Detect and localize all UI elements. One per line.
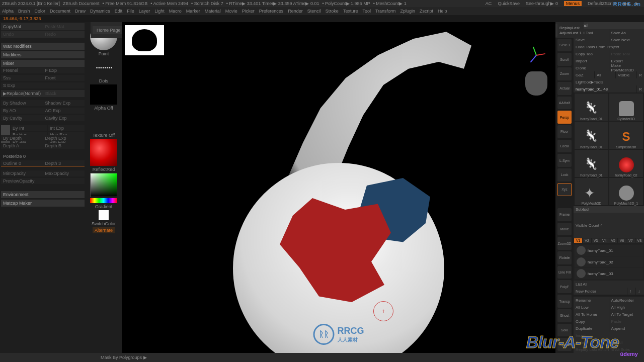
gradient-label[interactable]: Gradient [95,204,113,209]
pastemat-button[interactable]: PasteMat [43,23,85,30]
thumb-hornytoad-1[interactable]: hornyToad_01 [575,94,608,121]
append-button[interactable]: Append [609,325,645,332]
byint-slider[interactable]: By Int [11,125,47,131]
color-picker[interactable] [90,173,117,197]
deptha-slider[interactable]: Depth A [1,143,43,149]
alternate-toggle[interactable]: Alternate [93,227,115,233]
tool-header[interactable]: Tool [574,22,644,29]
stroke-dots-preview[interactable] [90,57,117,77]
copy-tool-button[interactable]: Copy Tool [574,50,609,57]
polyf-button[interactable]: PolyF [557,280,572,293]
down-icon[interactable]: ↓ [636,288,644,295]
menu-transform[interactable]: Transform [375,9,396,14]
current-tool-label[interactable]: hornyToad_01. 48 [574,85,636,93]
minopacity-slider[interactable]: MinOpacity [1,170,43,176]
subtool-header[interactable]: Subtool [574,206,644,213]
adjust-last-slider[interactable]: AdjustLast 1 [559,31,582,35]
menu-draw[interactable]: Draw [75,9,86,14]
xyz-button[interactable]: Xyz [557,183,572,196]
secondary-color-swatch[interactable] [99,210,109,220]
copymat-button[interactable]: CopyMat [1,23,43,30]
byao-slider[interactable]: By AO [1,108,43,114]
fexp-slider[interactable]: F Exp [43,67,85,73]
menu-dynamics[interactable]: Dynamics [90,9,110,14]
lightbox-tools-button[interactable]: Lightbox▶Tools [574,78,644,85]
lock-button[interactable]: Lock [557,168,572,182]
v6-toggle[interactable]: V6 [618,238,626,243]
menu-document[interactable]: Document [50,9,70,14]
thumb-simplebrush[interactable]: SSimpleBrush [609,122,643,149]
menu-marker[interactable]: Marker [186,9,200,14]
paste-tool-button[interactable]: Paste Tool [609,50,645,57]
linefill-button[interactable]: Line Fill [557,266,572,279]
duplicate-button[interactable]: Duplicate [574,325,609,332]
subtool-item-3[interactable]: hornyToad_03 [575,268,643,279]
mixer-section[interactable]: Mixer [1,60,85,67]
scroll-button[interactable]: Scroll [557,53,572,66]
local-button[interactable]: Local [557,140,572,153]
matcap-maker-section[interactable]: Matcap Maker [1,200,85,207]
menu-zscript[interactable]: Zscript [420,9,433,14]
sss-slider[interactable]: Sss [1,75,43,81]
subtool-item-1[interactable]: hornyToad_01 [575,245,643,256]
redo-button[interactable]: Redo [43,31,85,38]
depthb-slider[interactable]: Depth B [43,143,85,149]
shadowexp-slider[interactable]: Shadow Exp [43,100,85,106]
sexp-slider[interactable]: S Exp [1,82,85,88]
wax-modifiers-section[interactable]: Wax Modifiers [1,43,85,50]
aahalf-button[interactable]: AAHalf [557,97,572,110]
posterize-label[interactable]: Posterize 0 [1,153,85,160]
spix-button[interactable]: SPix 3 [557,39,572,52]
menu-edit[interactable]: Edit [115,9,123,14]
rotate3d-button[interactable]: Rotate [557,251,572,264]
zoom-button[interactable]: Zoom [557,67,572,80]
switchcolor-label[interactable]: SwitchColor [92,221,116,226]
menu-color[interactable]: Color [35,9,46,14]
all-to-target-button[interactable]: All To Target [609,311,645,318]
thumb-hornytoad-3[interactable]: hornyToad_01 [575,150,608,177]
fresnel-slider[interactable]: Fresnel [1,67,43,73]
menu-macro[interactable]: Macro [169,9,182,14]
v2-toggle[interactable]: V2 [583,238,591,243]
menu-render[interactable]: Render [288,9,303,14]
copy-subtool-button[interactable]: Copy [574,318,609,325]
clone-button[interactable]: Clone [574,64,609,71]
replace-normal-button[interactable]: ▶Replace(Normal) [1,90,43,97]
new-folder-button[interactable]: New Folder [574,288,627,295]
v7-toggle[interactable]: V7 [626,238,634,243]
autoreorder-button[interactable]: AutoReorder [609,297,645,304]
import-button[interactable]: Import [574,57,609,64]
thumb-hornytoad-red[interactable]: hornyToad_02 [609,150,643,177]
menu-movie[interactable]: Movie [225,9,237,14]
maxopacity-slider[interactable]: MaxOpacity [43,170,85,176]
hue-strip[interactable] [90,198,117,203]
front-slider[interactable]: Front [43,75,85,81]
aoexp-slider[interactable]: AO Exp [43,108,85,114]
frame-button[interactable]: Frame [557,208,572,221]
depth3-slider[interactable]: Depth 3 [43,160,85,166]
bycavity-slider[interactable]: By Cavity [1,115,43,121]
goz-button[interactable]: GoZ [574,71,594,78]
viewport-canvas[interactable]: ᚱᚱ RRCG 人人素材 [122,22,555,353]
bydepth-slider[interactable]: By Depth [1,135,43,141]
subtool-item-2[interactable]: hornyToad_02 [575,256,643,267]
menu-stroke[interactable]: Stroke [326,9,339,14]
outline-slider[interactable]: Outline 0 [1,160,43,166]
byshadow-slider[interactable]: By Shadow [1,100,43,106]
menu-help[interactable]: Help [438,9,447,14]
menu-alpha[interactable]: Alpha [2,9,14,14]
actual-button[interactable]: Actual [557,82,572,95]
menu-brush[interactable]: Brush [18,9,30,14]
depthexp-slider[interactable]: Depth Exp [43,135,85,141]
menu-tool[interactable]: Tool [362,9,371,14]
v1-toggle[interactable]: V1 [574,238,582,243]
menu-material[interactable]: Material [205,9,221,14]
menus-toggle[interactable]: Menus [564,1,582,6]
menu-zplugin[interactable]: Zplugin [400,9,416,14]
save-as-button[interactable]: Save As [609,29,645,36]
zoom3d-button[interactable]: Zoom3D [557,237,572,250]
v5-toggle[interactable]: V5 [609,238,617,243]
visible-button[interactable]: Visible [616,71,636,78]
cavityexp-slider[interactable]: Cavity Exp [43,115,85,121]
menu-layer[interactable]: Layer [139,9,150,14]
